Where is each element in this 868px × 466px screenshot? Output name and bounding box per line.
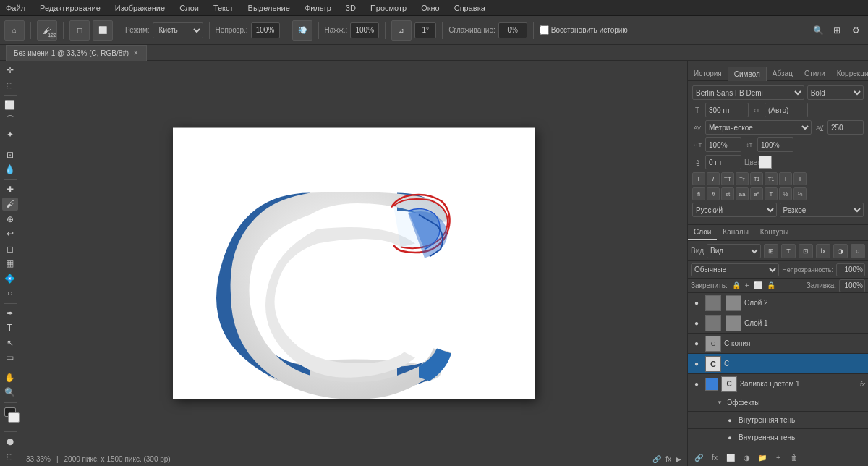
type-tool[interactable]: T xyxy=(2,321,18,335)
font-style-select[interactable]: Bold xyxy=(807,85,864,100)
status-icon-1[interactable]: 🔗 xyxy=(652,455,661,463)
tf-sub[interactable]: T1 xyxy=(765,172,778,185)
tab-simvol[interactable]: Символ xyxy=(728,67,767,81)
tf-aa[interactable]: aa xyxy=(736,187,749,200)
scale-v-input[interactable] xyxy=(757,137,793,152)
status-icon-3[interactable]: ▶ xyxy=(676,455,681,463)
pen-tool[interactable]: ✒ xyxy=(2,307,18,321)
pressure-input[interactable] xyxy=(350,22,379,38)
menu-layers[interactable]: Слои xyxy=(176,2,202,14)
tf-aa2[interactable]: aª xyxy=(750,187,763,200)
path-select-tool[interactable]: ↖ xyxy=(2,336,18,350)
tf-t-frac[interactable]: T xyxy=(765,187,778,200)
eraser-tool[interactable]: ◻ xyxy=(2,242,18,256)
airbrush-icon[interactable]: 💨 xyxy=(292,20,312,41)
antialias-select[interactable]: Резкое xyxy=(780,203,864,217)
lasso-tool[interactable]: ⌒ xyxy=(2,113,18,127)
search-icon[interactable]: 🔍 xyxy=(810,22,826,38)
new-layer-icon[interactable]: + xyxy=(772,452,785,465)
tf-half[interactable]: ½ xyxy=(779,187,792,200)
menu-edit[interactable]: Редактирование xyxy=(37,2,103,14)
layers-tab-layers[interactable]: Слои xyxy=(688,225,717,240)
menu-file[interactable]: Файл xyxy=(3,2,28,14)
filter-icon-2[interactable]: T xyxy=(781,244,796,258)
pin-icon-4[interactable]: 🔒 xyxy=(767,281,775,289)
filter-select[interactable]: Вид xyxy=(707,244,761,258)
move-tool[interactable]: ✛ xyxy=(2,64,18,77)
layer-item-copy[interactable]: ● С С копия xyxy=(688,334,868,354)
screen-mode-tool[interactable]: ⬚ xyxy=(2,450,18,464)
angle-input[interactable] xyxy=(414,22,436,38)
menu-window[interactable]: Окно xyxy=(418,2,443,14)
inner-shadow-eye-1[interactable]: ● xyxy=(724,415,736,426)
effects-expand[interactable]: ▼ xyxy=(717,399,724,406)
layer-item-fill[interactable]: ● C Заливка цветом 1 fx xyxy=(688,374,868,394)
menu-text[interactable]: Текст xyxy=(210,2,237,14)
blur-tool[interactable]: 💠 xyxy=(2,272,18,286)
menu-image[interactable]: Изображение xyxy=(112,2,168,14)
tf-bold[interactable]: T xyxy=(692,172,705,185)
gradient-tool[interactable]: ▦ xyxy=(2,257,18,271)
layer-item-слой1[interactable]: ● Слой 1 xyxy=(688,313,868,334)
tf-allcaps[interactable]: TT xyxy=(721,172,734,185)
brush-tool[interactable]: 🖌 xyxy=(2,198,18,211)
layer-item-c[interactable]: ● C С xyxy=(688,354,868,374)
filter-icon-5[interactable]: ◑ xyxy=(833,244,848,258)
tf-fi[interactable]: fi xyxy=(692,187,705,200)
settings-icon[interactable]: ⚙ xyxy=(848,22,864,38)
eyedropper-tool[interactable]: 💧 xyxy=(2,163,18,177)
kerning-select[interactable]: Метрическое xyxy=(705,120,812,135)
clone-tool[interactable]: ⊕ xyxy=(2,212,18,226)
marquee-tool[interactable]: ⬜ xyxy=(2,98,18,112)
shape-tool[interactable]: ▭ xyxy=(2,351,18,365)
filter-icon-3[interactable]: ⊡ xyxy=(799,244,813,258)
layer-eye-слой2[interactable]: ● xyxy=(691,297,702,309)
menu-filter[interactable]: Фильтр xyxy=(302,2,334,14)
color-swatch[interactable] xyxy=(759,156,772,169)
arrange-icon[interactable]: ⊞ xyxy=(829,22,845,38)
tab-abzac[interactable]: Абзац xyxy=(767,66,799,80)
tf-underline[interactable]: T xyxy=(779,172,792,185)
menu-3d[interactable]: 3D xyxy=(343,2,359,14)
dodge-tool[interactable]: ○ xyxy=(2,287,18,300)
crop-tool[interactable]: ⊡ xyxy=(2,148,18,161)
tf-half2[interactable]: ½ xyxy=(793,187,807,200)
menu-help[interactable]: Справка xyxy=(451,2,488,14)
pin-icon-3[interactable]: ⬜ xyxy=(754,281,762,289)
tf-super[interactable]: T1 xyxy=(750,172,763,185)
add-style-icon[interactable]: fx xyxy=(708,452,721,465)
opacity-value-input[interactable] xyxy=(836,263,865,276)
history-brush-tool[interactable]: ↩ xyxy=(2,227,18,241)
hand-tool[interactable]: ✋ xyxy=(2,371,18,385)
layer-eye-c[interactable]: ● xyxy=(691,358,702,370)
layers-tab-channels[interactable]: Каналы xyxy=(717,225,754,240)
tf-st[interactable]: st xyxy=(721,187,734,200)
status-icon-2[interactable]: fx xyxy=(665,455,671,463)
restore-history-checkbox[interactable] xyxy=(540,25,549,35)
link-layers-icon[interactable]: 🔗 xyxy=(692,452,705,465)
scale-h-input[interactable] xyxy=(705,137,741,152)
tracking-input[interactable] xyxy=(827,120,864,135)
fill-value-input[interactable] xyxy=(839,279,865,292)
tf-italic[interactable]: T xyxy=(707,172,720,185)
filter-toggle[interactable]: ○ xyxy=(851,244,865,258)
language-select[interactable]: Русский xyxy=(692,203,777,217)
quick-mask-tool[interactable]: ⬤ xyxy=(2,435,18,449)
font-size-input[interactable]: 300 пт xyxy=(705,103,749,117)
layers-tab-paths[interactable]: Контуры xyxy=(754,225,794,240)
pin-icon-1[interactable]: 🔒 xyxy=(732,281,741,289)
add-mask-icon[interactable]: ⬜ xyxy=(724,452,737,465)
menu-select[interactable]: Выделение xyxy=(245,2,293,14)
layer-fx-fill[interactable]: fx xyxy=(860,381,865,388)
layer-item-слой2[interactable]: ● Слой 2 xyxy=(688,293,868,313)
background-color[interactable] xyxy=(8,412,20,423)
baseline-input[interactable] xyxy=(705,155,741,169)
layer-eye-fill[interactable]: ● xyxy=(691,378,702,390)
delete-layer-icon[interactable]: 🗑 xyxy=(788,452,801,465)
blend-mode-select[interactable]: Обычные xyxy=(691,263,779,276)
opacity-button[interactable]: ◻ xyxy=(69,20,90,41)
tab-stili[interactable]: Стили xyxy=(799,66,831,80)
pin-icon-2[interactable]: + xyxy=(745,281,749,289)
tab-close-icon[interactable]: ✕ xyxy=(133,49,139,56)
filter-icon-1[interactable]: ⊞ xyxy=(764,244,778,258)
